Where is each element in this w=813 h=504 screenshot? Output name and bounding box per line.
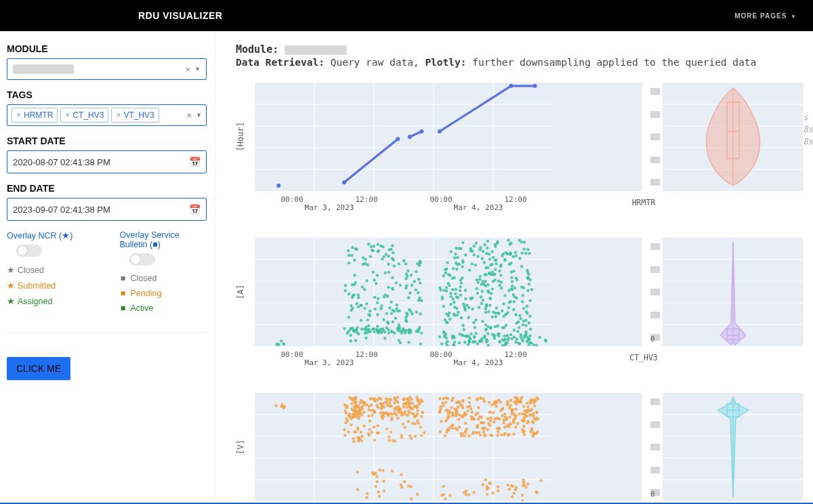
- svg-point-571: [488, 257, 491, 260]
- svg-point-1122: [447, 429, 450, 432]
- svg-point-440: [522, 320, 525, 322]
- module-header-placeholder: [285, 45, 347, 55]
- start-date-input[interactable]: 2020-08-07 02:41:38 PM 📅: [7, 150, 207, 173]
- svg-point-359: [526, 305, 528, 308]
- module-label: MODULE: [7, 43, 207, 54]
- tag-chip-label: HRMTR: [24, 110, 53, 120]
- svg-point-461: [449, 292, 452, 295]
- overlay-sb-column: Overlay Service Bulletin (■) ■Closed■Pen…: [120, 230, 207, 318]
- svg-point-1148: [477, 417, 480, 420]
- svg-point-9: [342, 180, 346, 184]
- svg-point-1077: [440, 405, 442, 408]
- x-tick: 00:00: [430, 195, 452, 204]
- svg-point-1168: [512, 421, 515, 424]
- violin-panel[interactable]: [663, 83, 804, 191]
- svg-point-1142: [477, 406, 480, 409]
- submit-button[interactable]: CLICK ME: [7, 357, 70, 380]
- end-date-input[interactable]: 2023-09-07 02:41:38 PM 📅: [7, 198, 207, 221]
- svg-point-152: [359, 303, 362, 306]
- svg-point-977: [533, 401, 535, 404]
- tags-multiselect[interactable]: ×HRMTR×CT_HV3×VT_HV3× ▼: [7, 104, 207, 126]
- svg-point-387: [514, 287, 516, 289]
- svg-point-888: [377, 424, 379, 427]
- overlay-ncr-toggle[interactable]: [16, 245, 42, 257]
- module-select[interactable]: × ▼: [7, 58, 207, 80]
- svg-point-956: [438, 397, 441, 400]
- svg-point-1215: [512, 485, 514, 488]
- svg-point-109: [371, 249, 373, 251]
- more-pages-menu[interactable]: MORE PAGES ▼: [734, 12, 797, 20]
- svg-point-149: [379, 245, 382, 247]
- svg-point-887: [407, 420, 410, 423]
- tags-clear-icon[interactable]: ×: [186, 110, 192, 121]
- calendar-icon: 📅: [189, 204, 201, 215]
- tag-chip[interactable]: ×VT_HV3: [111, 108, 159, 123]
- svg-point-445: [508, 263, 511, 266]
- svg-point-415: [475, 287, 478, 290]
- tag-remove-icon[interactable]: ×: [116, 110, 121, 120]
- svg-point-547: [458, 247, 461, 249]
- svg-point-999: [509, 399, 512, 402]
- tag-chip[interactable]: ×HRMTR: [12, 108, 58, 123]
- timeseries-panel[interactable]: CT_HV3 (HV Current)0: [255, 238, 642, 346]
- violin-panel[interactable]: 0: [663, 393, 804, 501]
- svg-point-393: [486, 283, 489, 286]
- svg-point-481: [492, 311, 495, 314]
- svg-point-144: [377, 297, 379, 299]
- svg-point-1000: [502, 421, 505, 424]
- svg-point-1212: [508, 488, 511, 490]
- svg-point-133: [373, 245, 375, 247]
- violin-panel[interactable]: 0: [663, 238, 804, 346]
- svg-point-883: [396, 417, 399, 419]
- svg-point-829: [373, 398, 375, 401]
- svg-point-155: [392, 259, 395, 261]
- start-date-value: 2020-08-07 02:41:38 PM: [13, 157, 110, 167]
- svg-point-146: [351, 307, 354, 310]
- svg-point-603: [532, 343, 535, 346]
- x-tick: 00:00: [280, 350, 303, 359]
- legend-symbol: ■: [120, 274, 127, 283]
- svg-point-125: [399, 341, 402, 344]
- svg-point-617: [480, 339, 483, 342]
- svg-point-506: [449, 318, 451, 320]
- tag-chip[interactable]: ×CT_HV3: [60, 108, 108, 123]
- svg-point-458: [485, 303, 488, 306]
- chevron-down-icon: ▼: [791, 14, 797, 20]
- svg-point-1160: [465, 427, 468, 430]
- svg-point-1121: [535, 396, 538, 399]
- svg-point-463: [499, 264, 502, 266]
- svg-point-508: [493, 273, 496, 276]
- svg-point-116: [348, 316, 350, 318]
- svg-point-243: [415, 311, 418, 314]
- svg-point-1002: [503, 413, 506, 415]
- svg-point-277: [522, 240, 525, 243]
- timeseries-panel[interactable]: HRMTR (Hourmeter): [255, 83, 642, 191]
- module-clear-icon[interactable]: ×: [185, 64, 190, 75]
- svg-point-1124: [486, 428, 488, 431]
- svg-point-912: [381, 469, 384, 472]
- svg-point-517: [520, 265, 523, 268]
- svg-point-866: [369, 419, 371, 422]
- svg-point-550: [444, 318, 446, 321]
- svg-point-917: [375, 475, 378, 478]
- svg-point-908: [374, 485, 377, 488]
- legend-item: ■Closed: [120, 274, 207, 283]
- svg-point-633: [520, 337, 523, 340]
- svg-point-422: [525, 310, 528, 313]
- svg-point-256: [402, 259, 405, 262]
- y-grid-marks: [650, 398, 660, 496]
- svg-point-1006: [526, 405, 529, 408]
- tag-remove-icon[interactable]: ×: [65, 110, 70, 120]
- legend-item: ★Closed: [7, 265, 94, 275]
- legend-label: Pending: [131, 289, 162, 298]
- overlay-sb-toggle[interactable]: [129, 253, 155, 266]
- svg-point-417: [509, 242, 512, 245]
- svg-point-462: [462, 328, 465, 331]
- svg-point-131: [357, 293, 360, 296]
- svg-point-384: [494, 259, 497, 261]
- svg-point-1059: [500, 434, 503, 436]
- tag-remove-icon[interactable]: ×: [16, 110, 21, 120]
- svg-point-410: [499, 340, 501, 343]
- timeseries-panel[interactable]: VT_HV3 (Combined Stack Voltage)0: [255, 393, 642, 501]
- svg-point-457: [512, 270, 515, 272]
